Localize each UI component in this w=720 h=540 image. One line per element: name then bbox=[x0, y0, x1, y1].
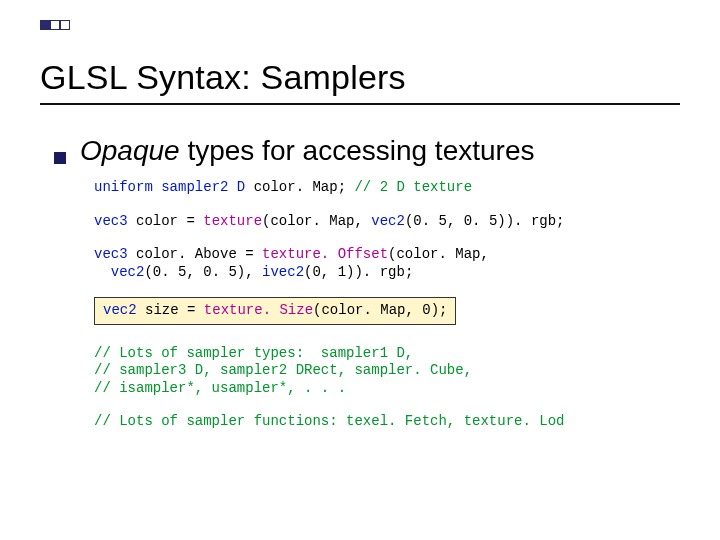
code-comment-block: // Lots of sampler functions: texel. Fet… bbox=[94, 413, 680, 431]
code-keyword: ivec2 bbox=[262, 264, 304, 280]
code-comment: // isampler*, usampler*, . . . bbox=[94, 380, 346, 396]
code-text: (color. Map, bbox=[262, 213, 371, 229]
code-text: (color. Map, 0); bbox=[313, 302, 447, 318]
code-text: color. Above = bbox=[128, 246, 262, 262]
code-text: (0, 1)). rgb; bbox=[304, 264, 413, 280]
highlight-box: vec2 size = texture. Size(color. Map, 0)… bbox=[94, 297, 456, 325]
code-comment: // 2 D texture bbox=[354, 179, 472, 195]
code-text bbox=[94, 264, 111, 280]
code-text: color = bbox=[128, 213, 204, 229]
code-line-texture: vec3 color = texture(color. Map, vec2(0.… bbox=[94, 213, 680, 231]
code-text: (0. 5, 0. 5)). rgb; bbox=[405, 213, 565, 229]
code-keyword: vec3 bbox=[94, 213, 128, 229]
code-keyword: vec2 bbox=[111, 264, 145, 280]
code-func: texture. Size bbox=[204, 302, 313, 318]
bullet-emphasis: Opaque bbox=[80, 135, 180, 166]
code-func: texture. Offset bbox=[262, 246, 388, 262]
code-keyword: uniform bbox=[94, 179, 153, 195]
code-keyword: vec3 bbox=[94, 246, 128, 262]
code-keyword: vec2 bbox=[371, 213, 405, 229]
code-comment: // sampler3 D, sampler2 DRect, sampler. … bbox=[94, 362, 472, 378]
slide: GLSL Syntax: Samplers Opaque types for a… bbox=[0, 0, 720, 540]
bullet-item: Opaque types for accessing textures bbox=[54, 135, 680, 167]
code-text: size = bbox=[137, 302, 204, 318]
code-keyword: sampler2 D bbox=[161, 179, 245, 195]
code-area: uniform sampler2 D color. Map; // 2 D te… bbox=[94, 179, 680, 431]
code-comment: // Lots of sampler functions: texel. Fet… bbox=[94, 413, 564, 429]
bullet-text: Opaque types for accessing textures bbox=[80, 135, 534, 167]
decoration-square bbox=[40, 20, 50, 30]
code-line-uniform: uniform sampler2 D color. Map; // 2 D te… bbox=[94, 179, 680, 197]
code-line-texoffset: vec3 color. Above = texture. Offset(colo… bbox=[94, 246, 680, 281]
code-text: (0. 5, 0. 5), bbox=[144, 264, 262, 280]
code-keyword: vec2 bbox=[103, 302, 137, 318]
decoration-square bbox=[50, 20, 60, 30]
code-text: (color. Map, bbox=[388, 246, 489, 262]
bullet-square-icon bbox=[54, 152, 66, 164]
bullet-rest: types for accessing textures bbox=[180, 135, 535, 166]
code-comment-block: // Lots of sampler types: sampler1 D, //… bbox=[94, 345, 680, 398]
corner-decoration bbox=[40, 20, 70, 30]
code-text: color. Map; bbox=[245, 179, 354, 195]
code-comment: // Lots of sampler types: sampler1 D, bbox=[94, 345, 413, 361]
title-rule bbox=[40, 103, 680, 105]
slide-title: GLSL Syntax: Samplers bbox=[40, 58, 680, 97]
decoration-square bbox=[60, 20, 70, 30]
code-func: texture bbox=[203, 213, 262, 229]
